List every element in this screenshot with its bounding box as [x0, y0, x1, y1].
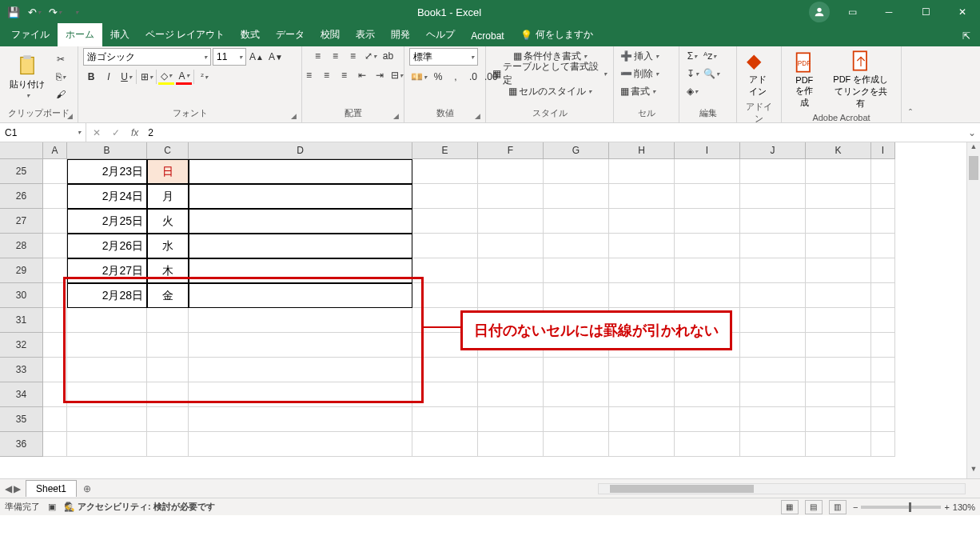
tab-insert[interactable]: 挿入 — [102, 23, 137, 46]
cell[interactable] — [67, 358, 147, 382]
tab-help[interactable]: ヘルプ — [418, 23, 463, 46]
dialog-launcher-icon[interactable]: ◢ — [475, 112, 480, 120]
cell[interactable] — [609, 234, 675, 258]
align-bottom-icon[interactable]: ≡ — [345, 48, 361, 64]
cell[interactable] — [412, 258, 478, 283]
tab-page-layout[interactable]: ページ レイアウト — [137, 23, 233, 46]
align-middle-icon[interactable]: ≡ — [328, 48, 344, 64]
undo-icon[interactable]: ↶▾ — [26, 3, 43, 21]
name-box[interactable]: C1▾ — [0, 123, 86, 142]
vertical-scrollbar[interactable]: ▲▼ — [966, 142, 980, 478]
cell[interactable] — [43, 258, 67, 283]
cell[interactable] — [43, 184, 67, 209]
tab-file[interactable]: ファイル — [3, 23, 58, 46]
cell[interactable] — [67, 432, 147, 457]
cell[interactable] — [609, 407, 675, 432]
macro-record-icon[interactable]: ▣ — [48, 502, 56, 512]
cell[interactable] — [740, 432, 806, 457]
cell[interactable] — [871, 258, 895, 283]
zoom-level[interactable]: 130% — [953, 502, 975, 512]
page-layout-view-icon[interactable]: ▤ — [805, 500, 823, 514]
cell[interactable] — [871, 308, 895, 333]
collapse-ribbon-icon[interactable]: ˆ — [902, 46, 919, 122]
cell[interactable] — [675, 283, 740, 308]
data-cell[interactable]: 火 — [147, 209, 189, 234]
cell[interactable] — [478, 382, 544, 407]
data-cell[interactable] — [189, 209, 412, 234]
cell[interactable] — [544, 258, 609, 283]
column-header[interactable]: I — [675, 142, 740, 159]
borders-icon[interactable]: ⊞▾ — [138, 69, 154, 85]
cell[interactable] — [147, 432, 189, 457]
cell[interactable] — [478, 209, 544, 234]
delete-cells-button[interactable]: ➖ 削除▾ — [619, 66, 660, 82]
dialog-launcher-icon[interactable]: ◢ — [393, 112, 399, 120]
cell[interactable] — [806, 283, 871, 308]
cell[interactable] — [67, 308, 147, 333]
data-cell[interactable] — [189, 258, 412, 283]
cell[interactable] — [147, 308, 189, 333]
close-icon[interactable]: ✕ — [945, 0, 980, 24]
cell[interactable] — [871, 159, 895, 184]
column-header[interactable]: F — [478, 142, 544, 159]
decrease-font-icon[interactable]: A▼ — [267, 49, 285, 65]
column-header[interactable]: I — [871, 142, 895, 159]
cell[interactable] — [544, 209, 609, 234]
data-cell[interactable]: 水 — [147, 234, 189, 258]
cell[interactable] — [43, 308, 67, 333]
cell[interactable] — [544, 283, 609, 308]
cell[interactable] — [412, 358, 478, 382]
cell[interactable] — [740, 258, 806, 283]
data-cell[interactable]: 2月26日 — [67, 234, 147, 258]
cell[interactable] — [609, 258, 675, 283]
row-header[interactable]: 30 — [0, 283, 43, 308]
save-icon[interactable]: 💾 — [5, 3, 22, 21]
cell[interactable] — [544, 159, 609, 184]
cell[interactable] — [147, 382, 189, 407]
orientation-icon[interactable]: ⤢▾ — [363, 48, 379, 64]
column-header[interactable]: D — [189, 142, 412, 159]
column-header[interactable]: A — [43, 142, 67, 159]
cell[interactable] — [478, 258, 544, 283]
column-header[interactable]: H — [609, 142, 675, 159]
row-header[interactable]: 36 — [0, 432, 43, 457]
cell[interactable] — [609, 382, 675, 407]
cut-icon[interactable]: ✂ — [53, 51, 69, 67]
tab-developer[interactable]: 開発 — [383, 23, 418, 46]
data-cell[interactable]: 2月28日 — [67, 283, 147, 308]
cell[interactable] — [478, 283, 544, 308]
cell[interactable] — [412, 159, 478, 184]
dialog-launcher-icon[interactable]: ◢ — [67, 112, 73, 120]
ribbon-options-icon[interactable]: ▭ — [835, 0, 870, 24]
cell[interactable] — [544, 358, 609, 382]
tab-review[interactable]: 校閲 — [313, 23, 348, 46]
accounting-icon[interactable]: 💴▾ — [409, 69, 428, 85]
redo-icon[interactable]: ↷▾ — [46, 3, 64, 21]
number-format-select[interactable]: 標準▾ — [409, 48, 478, 66]
cell[interactable] — [806, 308, 871, 333]
align-center-icon[interactable]: ≡ — [319, 67, 335, 83]
cell[interactable] — [871, 234, 895, 258]
cell[interactable] — [412, 209, 478, 234]
cell[interactable] — [675, 209, 740, 234]
zoom-out-icon[interactable]: − — [853, 502, 858, 512]
cell[interactable] — [609, 209, 675, 234]
cell[interactable] — [675, 382, 740, 407]
cell[interactable] — [544, 432, 609, 457]
cell[interactable] — [740, 358, 806, 382]
sheet-nav-prev-icon[interactable]: ◀ — [5, 483, 12, 494]
font-name-select[interactable]: 游ゴシック▾ — [83, 48, 211, 66]
align-top-icon[interactable]: ≡ — [310, 48, 326, 64]
cell[interactable] — [675, 407, 740, 432]
sheet-tab[interactable]: Sheet1 — [26, 480, 77, 497]
cell[interactable] — [43, 234, 67, 258]
cell[interactable] — [412, 283, 478, 308]
cell[interactable] — [43, 432, 67, 457]
cell[interactable] — [147, 407, 189, 432]
pdf-share-button[interactable]: PDF を作成し てリンクを共有 — [826, 48, 896, 111]
cell[interactable] — [806, 407, 871, 432]
qat-customize-icon[interactable]: ▾ — [67, 3, 85, 21]
cell[interactable] — [609, 358, 675, 382]
fx-icon[interactable]: fx — [126, 127, 143, 138]
tab-view[interactable]: 表示 — [348, 23, 383, 46]
